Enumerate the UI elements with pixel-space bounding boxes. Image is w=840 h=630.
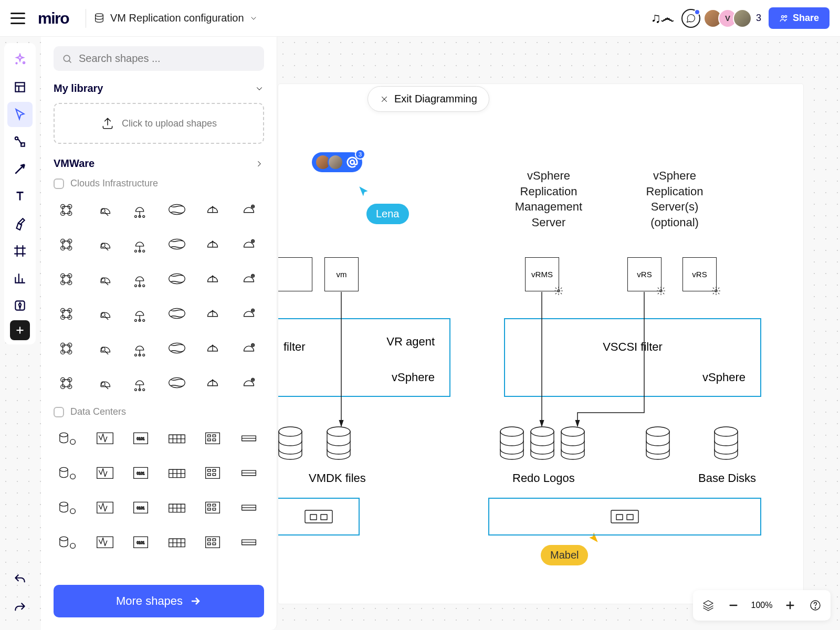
exit-diagramming-button[interactable]: Exit Diagramming (368, 86, 489, 112)
arrow-tool[interactable] (7, 156, 33, 182)
shape-thumb[interactable] (54, 458, 85, 487)
storage-icon[interactable] (278, 426, 304, 463)
music-icon[interactable]: ♫෴ (650, 10, 674, 26)
shape-thumb[interactable] (162, 195, 193, 224)
vmware-section[interactable]: VMWare (54, 158, 264, 170)
presence-avatars[interactable]: V 3 (708, 9, 761, 28)
shape-thumb[interactable] (234, 230, 265, 258)
shape-thumb[interactable] (54, 369, 85, 397)
diagram-container-left[interactable]: filter VR agent vSphere (278, 318, 450, 397)
storage-icon[interactable] (327, 426, 353, 463)
chart-tool[interactable] (7, 266, 33, 291)
clouds-category[interactable]: Clouds Infrastructure (54, 178, 264, 189)
shape-thumb[interactable] (54, 195, 85, 224)
diagram-node[interactable] (278, 257, 312, 291)
collab-bubble[interactable]: 3 (312, 152, 362, 172)
undo-button[interactable] (7, 567, 33, 592)
shape-thumb[interactable] (54, 265, 85, 293)
datacenters-category[interactable]: Data Centers (54, 406, 264, 417)
shape-thumb[interactable] (234, 265, 265, 293)
shape-thumb[interactable]: 0101 (125, 424, 156, 452)
shape-thumb[interactable] (54, 528, 85, 556)
shape-thumb[interactable] (162, 265, 193, 293)
shape-thumb[interactable] (54, 424, 85, 452)
shape-thumb[interactable]: 0101 (125, 458, 156, 487)
flow-tool[interactable] (7, 129, 33, 154)
shape-thumb[interactable] (90, 230, 121, 258)
shape-thumb[interactable] (234, 369, 265, 397)
app-tool[interactable] (7, 293, 33, 318)
ai-tool[interactable] (7, 47, 33, 72)
comments-button[interactable] (681, 9, 700, 28)
shape-thumb[interactable] (197, 195, 228, 224)
shape-thumb[interactable] (197, 424, 228, 452)
storage-icon[interactable] (714, 426, 740, 463)
diagram-container-right[interactable]: VSCSI filter vSphere (504, 318, 761, 397)
zoom-in-button[interactable] (779, 594, 801, 616)
shape-thumb[interactable] (90, 424, 121, 452)
shape-thumb[interactable] (162, 334, 193, 362)
diagram-net-left[interactable] (278, 498, 360, 536)
shape-thumb[interactable] (90, 334, 121, 362)
shape-thumb[interactable] (90, 528, 121, 556)
shape-thumb[interactable] (234, 299, 265, 328)
shape-thumb[interactable] (197, 299, 228, 328)
text-tool[interactable] (7, 184, 33, 209)
share-button[interactable]: Share (769, 7, 830, 29)
shape-thumb[interactable] (162, 230, 193, 258)
diagram-net-right[interactable] (488, 498, 761, 536)
add-tool[interactable] (10, 320, 30, 340)
shape-thumb[interactable] (90, 458, 121, 487)
shape-thumb[interactable]: 0101 (125, 493, 156, 521)
shape-thumb[interactable] (125, 195, 156, 224)
shape-thumb[interactable] (197, 528, 228, 556)
shape-search-input[interactable] (79, 52, 256, 65)
shape-thumb[interactable] (125, 334, 156, 362)
upload-shapes-area[interactable]: Click to upload shapes (54, 103, 264, 144)
checkbox-icon[interactable] (54, 407, 64, 417)
shape-thumb[interactable] (234, 424, 265, 452)
storage-icon[interactable] (530, 426, 556, 463)
shape-thumb[interactable] (197, 334, 228, 362)
shape-thumb[interactable] (54, 299, 85, 328)
shape-search[interactable] (54, 46, 264, 71)
storage-icon[interactable] (500, 426, 526, 463)
shape-thumb[interactable] (162, 458, 193, 487)
shape-thumb[interactable] (234, 493, 265, 521)
shape-thumb[interactable] (234, 195, 265, 224)
marker-tool[interactable] (7, 211, 33, 236)
redo-button[interactable] (7, 595, 33, 621)
storage-icon[interactable] (561, 426, 587, 463)
board-title[interactable]: VM Replication configuration (110, 12, 258, 24)
shape-thumb[interactable] (197, 230, 228, 258)
shape-thumb[interactable] (90, 369, 121, 397)
layers-button[interactable] (697, 594, 719, 616)
shape-thumb[interactable] (90, 265, 121, 293)
shape-thumb[interactable] (234, 528, 265, 556)
more-shapes-button[interactable]: More shapes (54, 585, 264, 617)
diagram-node-vm[interactable]: vm (324, 257, 359, 291)
frame-tool[interactable] (7, 238, 33, 264)
diagram-node-vrs[interactable]: vRS (682, 257, 717, 291)
shape-thumb[interactable] (162, 369, 193, 397)
template-tool[interactable] (7, 75, 33, 100)
shape-thumb[interactable] (125, 230, 156, 258)
checkbox-icon[interactable] (54, 178, 64, 189)
shape-thumb[interactable] (90, 195, 121, 224)
shape-thumb[interactable] (197, 458, 228, 487)
shape-thumb[interactable] (162, 424, 193, 452)
shape-thumb[interactable] (90, 299, 121, 328)
shape-thumb[interactable] (162, 299, 193, 328)
shape-thumb[interactable] (234, 458, 265, 487)
shape-thumb[interactable] (125, 299, 156, 328)
diagram-node-vrs[interactable]: vRS (627, 257, 662, 291)
shape-thumb[interactable] (197, 265, 228, 293)
shape-thumb[interactable] (125, 369, 156, 397)
shape-thumb[interactable] (197, 493, 228, 521)
help-button[interactable] (804, 594, 826, 616)
hamburger-menu-icon[interactable] (10, 13, 25, 24)
storage-icon[interactable] (646, 426, 672, 463)
shape-thumb[interactable] (197, 369, 228, 397)
my-library-section[interactable]: My library (54, 82, 264, 94)
diagram-node-vrms[interactable]: vRMS (525, 257, 559, 291)
